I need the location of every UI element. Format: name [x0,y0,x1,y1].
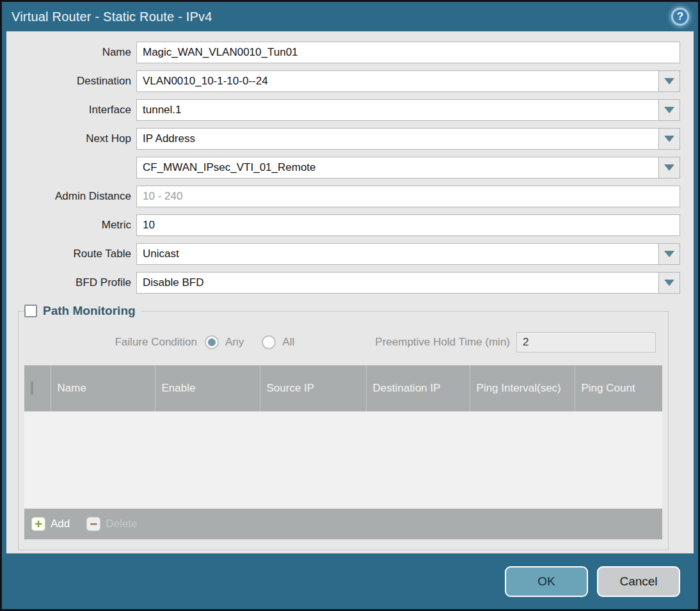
static-route-dialog: Virtual Router - Static Route - IPv4 ? N… [0,0,700,611]
column-header-enable[interactable]: Enable [155,365,260,411]
form-row-bfd-profile: BFD Profile [6,272,680,294]
column-header-ping-interval[interactable]: Ping Interval(sec) [470,365,575,411]
route-table-input[interactable] [136,243,659,265]
failure-condition-any-option[interactable]: Any [205,335,244,349]
metric-label: Metric [6,219,131,232]
chevron-down-icon [664,78,674,84]
preemptive-hold-time-label: Preemptive Hold Time (min) [375,336,510,349]
column-header-source-ip[interactable]: Source IP [260,365,366,411]
interface-dropdown-button[interactable] [658,99,680,121]
metric-input[interactable] [136,214,680,236]
form-row-destination: Destination [6,70,680,92]
radio-all-label: All [282,336,294,349]
chevron-down-icon [664,280,674,286]
select-all-header [24,365,51,411]
form-row-admin-distance: Admin Distance [6,186,680,207]
radio-any-label: Any [225,336,244,349]
route-table-dropdown-button[interactable] [658,243,680,265]
delete-button[interactable]: − Delete [86,517,137,531]
next-hop-label: Next Hop [6,132,131,145]
chevron-down-icon [664,251,674,257]
form-row-name: Name [6,42,680,63]
destination-label: Destination [6,75,131,88]
help-icon[interactable]: ? [671,8,689,26]
next-hop-type-input[interactable] [136,128,659,150]
next-hop-type-dropdown-button[interactable] [658,128,680,150]
failure-condition-row: Failure Condition Any All Preemptive Hol… [24,326,662,365]
delete-button-label: Delete [106,518,137,530]
plus-icon: + [31,517,45,531]
path-monitoring-title: Path Monitoring [43,304,136,318]
bfd-profile-label: BFD Profile [6,276,131,289]
form-row-route-table: Route Table [6,243,680,265]
dialog-footer: OK Cancel [2,553,698,609]
destination-input[interactable] [136,70,659,92]
path-monitoring-section: Path Monitoring Failure Condition Any Al… [18,304,669,550]
form-row-next-hop: Next Hop [6,128,680,150]
table-action-bar: + Add − Delete [24,509,662,539]
empty-table-body [24,411,662,509]
interface-label: Interface [6,104,131,116]
dialog-title: Virtual Router - Static Route - IPv4 [12,10,212,24]
next-hop-address-dropdown-button[interactable] [658,157,680,179]
admin-distance-input[interactable] [136,186,680,207]
form-row-metric: Metric [6,214,680,236]
add-button-label: Add [51,518,70,530]
chevron-down-icon [664,164,674,171]
dialog-titlebar: Virtual Router - Static Route - IPv4 ? [2,2,698,31]
failure-condition-label: Failure Condition [24,336,197,349]
next-hop-address-input[interactable] [136,157,659,179]
add-button[interactable]: + Add [31,517,70,531]
column-header-ping-count[interactable]: Ping Count [575,365,662,411]
path-monitoring-table: Name Enable Source IP Destination IP Pin… [24,365,662,509]
radio-any-icon[interactable] [205,335,219,349]
path-monitoring-checkbox[interactable] [24,305,37,317]
radio-all-icon[interactable] [262,335,276,349]
path-monitoring-legend: Path Monitoring [24,304,141,318]
minus-icon: − [86,517,100,531]
form-row-interface: Interface [6,99,680,121]
admin-distance-label: Admin Distance [6,190,131,203]
bfd-profile-dropdown-button[interactable] [658,272,680,294]
name-label: Name [6,46,131,59]
failure-condition-all-option[interactable]: All [262,335,294,349]
dialog-body: Name Destination Interface Next Hop [6,31,694,553]
chevron-down-icon [664,136,674,142]
preemptive-hold-time-input[interactable] [516,332,656,353]
chevron-down-icon [664,107,674,113]
destination-dropdown-button[interactable] [658,70,680,92]
interface-input[interactable] [136,99,659,121]
bfd-profile-input[interactable] [136,272,659,294]
form-row-next-hop-address [6,157,680,179]
column-header-destination-ip[interactable]: Destination IP [366,365,470,411]
select-all-checkbox[interactable] [31,381,33,395]
cancel-button[interactable]: Cancel [597,566,680,597]
column-header-name[interactable]: Name [51,365,155,411]
route-table-label: Route Table [6,248,131,260]
name-input[interactable] [136,42,680,63]
table-header-row: Name Enable Source IP Destination IP Pin… [24,365,662,411]
ok-button[interactable]: OK [505,566,588,597]
